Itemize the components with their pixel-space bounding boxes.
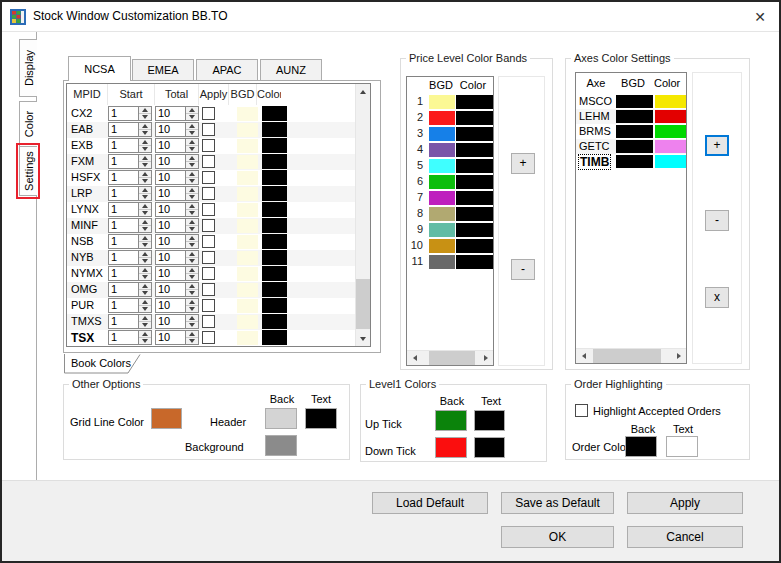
spin-down-icon[interactable] (142, 243, 148, 247)
spin-up-icon[interactable] (142, 252, 148, 256)
color-swatch[interactable] (262, 154, 287, 169)
apply-checkbox[interactable] (202, 107, 215, 120)
spin-down-icon[interactable] (142, 211, 148, 215)
band-bgd-swatch[interactable] (429, 95, 455, 109)
spinner-arrows[interactable] (185, 107, 198, 120)
bgd-swatch[interactable] (237, 251, 258, 265)
spin-up-icon[interactable] (189, 220, 195, 224)
axe-color-swatch[interactable] (655, 155, 686, 168)
color-swatch[interactable] (262, 138, 287, 153)
spinner-arrows[interactable] (185, 267, 198, 280)
spinner-arrows[interactable] (185, 139, 198, 152)
start-spinner[interactable]: 1 (108, 106, 152, 121)
spin-down-icon[interactable] (189, 243, 195, 247)
start-spinner[interactable]: 1 (108, 122, 152, 137)
scrollbar-thumb[interactable] (429, 351, 475, 365)
color-swatch[interactable] (262, 298, 287, 313)
ok-button[interactable]: OK (501, 526, 614, 548)
start-spinner[interactable]: 1 (108, 298, 152, 313)
spin-down-icon[interactable] (189, 131, 195, 135)
spin-down-icon[interactable] (189, 307, 195, 311)
add-axe-button[interactable]: + (705, 135, 729, 156)
spin-up-icon[interactable] (142, 172, 148, 176)
band-bgd-swatch[interactable] (429, 255, 455, 269)
start-spinner[interactable]: 1 (108, 250, 152, 265)
spin-up-icon[interactable] (189, 188, 195, 192)
total-spinner[interactable]: 10 (155, 170, 199, 185)
spin-up-icon[interactable] (189, 332, 195, 336)
axe-bgd-swatch[interactable] (616, 125, 653, 138)
remove-axe-button[interactable]: - (705, 210, 729, 231)
down-tick-back-swatch[interactable] (435, 437, 467, 458)
down-tick-text-swatch[interactable] (474, 437, 505, 458)
color-swatch[interactable] (262, 186, 287, 201)
spinner-arrows[interactable] (138, 235, 151, 248)
side-tab-color[interactable]: Color (19, 101, 37, 147)
start-spinner[interactable]: 1 (108, 314, 152, 329)
spinner-arrows[interactable] (185, 251, 198, 264)
bgd-swatch[interactable] (237, 155, 258, 169)
apply-checkbox[interactable] (202, 267, 215, 280)
total-spinner[interactable]: 10 (155, 266, 199, 281)
total-spinner[interactable]: 10 (155, 250, 199, 265)
spin-down-icon[interactable] (189, 323, 195, 327)
band-bgd-swatch[interactable] (429, 143, 455, 157)
start-spinner[interactable]: 1 (108, 266, 152, 281)
spin-down-icon[interactable] (189, 115, 195, 119)
order-text-swatch[interactable] (666, 436, 698, 457)
total-spinner[interactable]: 10 (155, 234, 199, 249)
book-colors-tab[interactable]: Book Colors (64, 354, 146, 374)
total-spinner[interactable]: 10 (155, 122, 199, 137)
band-color-swatch[interactable] (456, 175, 493, 189)
band-bgd-swatch[interactable] (429, 111, 455, 125)
spinner-arrows[interactable] (185, 283, 198, 296)
bgd-swatch[interactable] (237, 123, 258, 137)
spinner-arrows[interactable] (185, 203, 198, 216)
scrollbar-thumb[interactable] (593, 349, 661, 363)
spin-down-icon[interactable] (189, 227, 195, 231)
horizontal-scrollbar[interactable] (407, 350, 493, 365)
spinner-arrows[interactable] (138, 267, 151, 280)
spinner-arrows[interactable] (138, 107, 151, 120)
color-swatch[interactable] (262, 218, 287, 233)
spinner-arrows[interactable] (138, 299, 151, 312)
spinner-arrows[interactable] (138, 315, 151, 328)
region-tab-aunz[interactable]: AUNZ (260, 59, 322, 81)
total-spinner[interactable]: 10 (155, 218, 199, 233)
color-swatch[interactable] (262, 266, 287, 281)
start-spinner[interactable]: 1 (108, 282, 152, 297)
spin-up-icon[interactable] (142, 220, 148, 224)
bgd-swatch[interactable] (237, 299, 258, 313)
color-swatch[interactable] (262, 122, 287, 137)
highlight-accepted-orders-checkbox[interactable] (575, 404, 588, 417)
spinner-arrows[interactable] (185, 171, 198, 184)
spin-up-icon[interactable] (189, 108, 195, 112)
band-color-swatch[interactable] (456, 127, 493, 141)
axe-color-swatch[interactable] (655, 110, 686, 123)
bgd-swatch[interactable] (237, 219, 258, 233)
apply-checkbox[interactable] (202, 283, 215, 296)
band-color-swatch[interactable] (456, 239, 493, 253)
axe-color-swatch[interactable] (655, 95, 686, 108)
spinner-arrows[interactable] (185, 235, 198, 248)
band-color-swatch[interactable] (456, 191, 493, 205)
add-band-button[interactable]: + (511, 153, 535, 174)
spin-down-icon[interactable] (142, 307, 148, 311)
spinner-arrows[interactable] (138, 251, 151, 264)
spinner-arrows[interactable] (185, 315, 198, 328)
scroll-right-button[interactable] (671, 349, 686, 363)
start-spinner[interactable]: 1 (108, 202, 152, 217)
start-spinner[interactable]: 1 (108, 170, 152, 185)
spin-up-icon[interactable] (189, 236, 195, 240)
spinner-arrows[interactable] (185, 331, 198, 344)
color-swatch[interactable] (262, 330, 287, 345)
start-spinner[interactable]: 1 (108, 186, 152, 201)
spinner-arrows[interactable] (138, 219, 151, 232)
spin-up-icon[interactable] (142, 108, 148, 112)
spin-up-icon[interactable] (142, 268, 148, 272)
spin-up-icon[interactable] (142, 188, 148, 192)
band-bgd-swatch[interactable] (429, 239, 455, 253)
spinner-arrows[interactable] (138, 155, 151, 168)
start-spinner[interactable]: 1 (108, 218, 152, 233)
color-swatch[interactable] (262, 250, 287, 265)
